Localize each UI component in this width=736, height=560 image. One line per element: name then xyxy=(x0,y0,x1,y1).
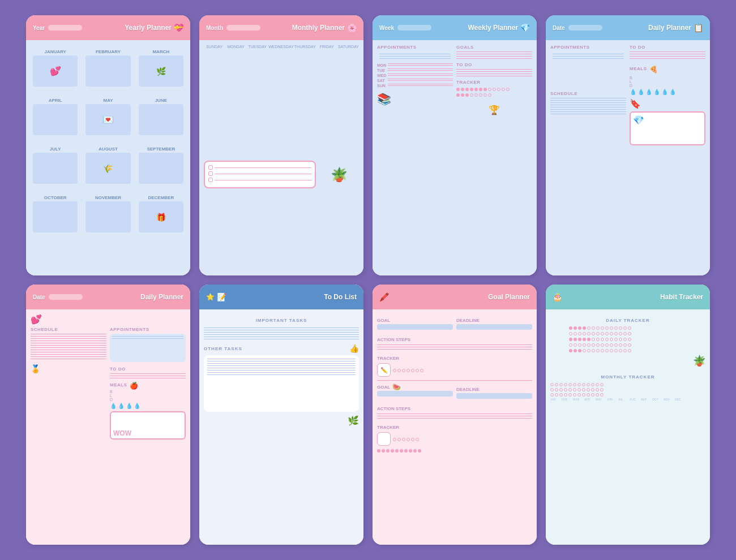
cal-cell[interactable] xyxy=(293,136,314,156)
cal-cell[interactable] xyxy=(338,136,359,156)
schedule-label-1: SCHEDULE xyxy=(550,91,626,96)
cal-cell[interactable] xyxy=(249,136,269,156)
dot xyxy=(497,88,500,91)
cal-cell[interactable] xyxy=(226,93,247,113)
dot xyxy=(596,326,600,330)
cal-cell[interactable] xyxy=(249,50,269,70)
cal-cell[interactable] xyxy=(293,93,314,113)
checkbox[interactable] xyxy=(208,178,213,182)
habit-dots xyxy=(569,338,631,341)
dot xyxy=(402,369,405,372)
dot xyxy=(386,449,390,453)
cal-cell[interactable] xyxy=(271,71,292,92)
checkbox[interactable] xyxy=(208,171,213,176)
dot xyxy=(601,343,604,347)
cal-cell[interactable] xyxy=(204,71,225,92)
cal-cell[interactable] xyxy=(338,71,359,92)
dot xyxy=(578,343,581,347)
dot xyxy=(614,332,618,335)
pizza-icon: 🍕 xyxy=(649,66,658,74)
cal-cell[interactable] xyxy=(271,93,292,113)
weekly-layout: APPOINTMENTS MON xyxy=(377,45,532,119)
dot xyxy=(628,326,631,330)
cal-cell[interactable] xyxy=(271,50,292,70)
cal-cell[interactable] xyxy=(315,136,336,156)
daily-date-input-2[interactable] xyxy=(49,294,83,300)
daily-date-input-1[interactable] xyxy=(568,25,602,31)
weekly-week-input[interactable] xyxy=(397,25,431,31)
todo-label-2: TO DO xyxy=(110,367,186,372)
important-task-lines xyxy=(204,328,359,339)
action-lines-1 xyxy=(377,344,532,350)
tracker-box-1[interactable]: ✏️ xyxy=(377,363,391,377)
cal-cell[interactable] xyxy=(293,71,314,92)
deadline-input-1[interactable] xyxy=(456,324,532,330)
note-box-2[interactable]: WOW xyxy=(110,411,186,440)
line xyxy=(31,345,106,346)
dot xyxy=(596,343,600,347)
line xyxy=(377,349,532,350)
yearly-year-input[interactable] xyxy=(48,25,82,31)
other-tasks-box[interactable] xyxy=(204,355,359,412)
monthly-month-input[interactable] xyxy=(226,25,260,31)
line xyxy=(31,350,106,350)
cal-cell[interactable] xyxy=(204,114,225,135)
todo-label: TO DO xyxy=(456,62,532,67)
cal-cell[interactable] xyxy=(315,50,336,70)
cal-cell[interactable] xyxy=(293,50,314,70)
dot xyxy=(619,349,622,352)
cal-cell[interactable] xyxy=(338,50,359,70)
cal-cell[interactable] xyxy=(249,114,269,135)
cal-cell[interactable] xyxy=(249,71,269,92)
action-lines-2 xyxy=(377,413,532,419)
cal-cell[interactable] xyxy=(293,114,314,135)
drop: 💧 xyxy=(134,403,140,409)
line xyxy=(388,70,453,71)
line xyxy=(377,413,532,414)
note-box-1[interactable]: 💎 xyxy=(630,111,705,145)
cal-cell[interactable] xyxy=(226,114,247,135)
dot xyxy=(592,332,595,335)
meals-section-2: MEALS 🍎 BLD 💧 💧 💧 💧 xyxy=(110,382,186,409)
cal-cell[interactable] xyxy=(315,71,336,92)
goal-input-1[interactable] xyxy=(377,324,453,330)
deadline-input-2[interactable] xyxy=(456,393,532,399)
cal-cell[interactable] xyxy=(226,136,247,156)
cal-cell[interactable] xyxy=(226,71,247,92)
cal-cell[interactable] xyxy=(226,50,247,70)
cal-cell[interactable] xyxy=(338,93,359,113)
cal-cell[interactable] xyxy=(271,136,292,156)
monthly-note-box[interactable] xyxy=(204,161,316,188)
goal-input-2[interactable] xyxy=(377,391,453,397)
month-aug: AUGUST 🌾 xyxy=(83,144,132,189)
cal-cell[interactable] xyxy=(338,114,359,135)
dot xyxy=(577,393,581,397)
checkbox[interactable] xyxy=(208,165,213,170)
tracker-box-2[interactable] xyxy=(377,432,391,446)
dot xyxy=(393,438,396,441)
dot xyxy=(409,449,412,453)
thumbs-icon: 👍 xyxy=(349,344,359,353)
line xyxy=(550,114,626,114)
dot xyxy=(592,343,595,347)
cal-cell[interactable] xyxy=(249,93,269,113)
cal-cell[interactable] xyxy=(315,114,336,135)
cal-cell[interactable] xyxy=(204,50,225,70)
dot xyxy=(587,332,590,335)
appt-box-1[interactable] xyxy=(550,51,626,85)
dot xyxy=(568,383,572,386)
cal-cell[interactable] xyxy=(204,93,225,113)
line xyxy=(388,75,453,76)
todo-body: IMPORTANT TASKS OTHER TASKS 👍 xyxy=(199,309,363,545)
todo-header-left: ⭐ 📝 xyxy=(206,292,226,301)
cal-cell[interactable] xyxy=(204,136,225,156)
dot xyxy=(582,383,585,386)
cal-cell[interactable] xyxy=(315,93,336,113)
apple-icon: 🍎 xyxy=(130,382,138,390)
dot xyxy=(578,332,581,335)
dot xyxy=(393,369,396,372)
cal-cell[interactable] xyxy=(271,114,292,135)
dot xyxy=(564,388,567,391)
appointments-box[interactable] xyxy=(377,51,453,61)
appt-box-2[interactable] xyxy=(110,334,186,362)
